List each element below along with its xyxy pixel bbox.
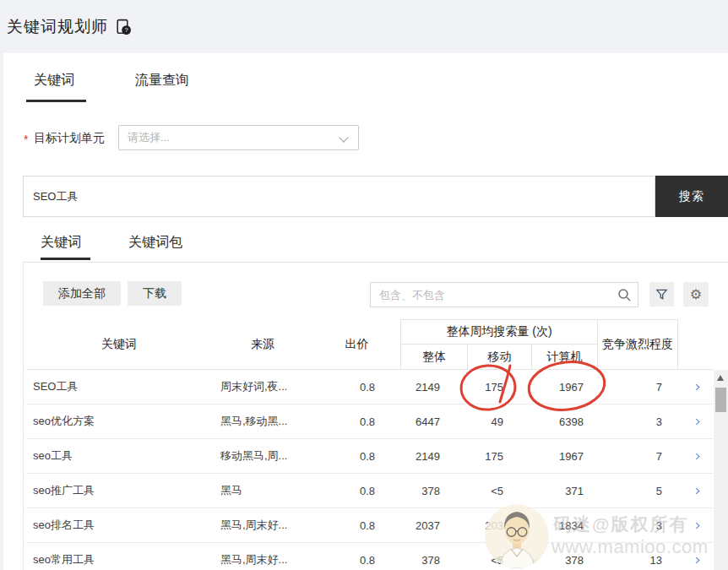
col-header-overall: 整体 xyxy=(401,345,467,370)
cell-overall: 378 xyxy=(400,485,467,497)
table-row[interactable]: seo优化方案 黑马,移动黑... 0.8 6447 49 6398 3 xyxy=(26,404,713,439)
cell-competition: 3 xyxy=(598,415,678,428)
vertical-scrollbar[interactable] xyxy=(714,370,728,570)
cell-pc: 378 xyxy=(530,554,598,567)
col-header-bid: 出价 xyxy=(313,319,400,369)
cell-pc: 371 xyxy=(530,485,598,497)
cell-pc: 6398 xyxy=(530,415,598,428)
cell-competition: 13 xyxy=(598,554,678,567)
svg-text:?: ? xyxy=(125,26,128,34)
cell-competition: 7 xyxy=(598,381,678,394)
keyword-results-table: 关键词 来源 出价 整体周均搜索量 (次) 整体 移动 计算机 竞争激烈程度 S… xyxy=(26,319,713,570)
cell-source: 移动黑马,周... xyxy=(212,448,313,464)
cell-mobile: 175 xyxy=(467,381,530,394)
table-header: 关键词 来源 出价 整体周均搜索量 (次) 整体 移动 计算机 竞争激烈程度 xyxy=(26,319,713,370)
cell-bid: 0.8 xyxy=(313,415,400,428)
table-row[interactable]: SEO工具 周末好词,夜... 0.8 2149 175 1967 7 xyxy=(26,370,713,404)
cell-keyword: seo排名工具 xyxy=(26,518,212,533)
row-expand-button[interactable] xyxy=(678,557,713,563)
row-expand-button[interactable] xyxy=(678,488,713,494)
cell-overall: 2149 xyxy=(400,381,467,394)
add-all-button[interactable]: 添加全部 xyxy=(43,281,121,306)
subtab-keyword[interactable]: 关键词 xyxy=(41,234,81,252)
keyword-planner-page: { "header": { "title": "关键词规划师" }, "main… xyxy=(0,0,728,570)
subtab-keyword-pack[interactable]: 关键词包 xyxy=(128,234,182,252)
tab-traffic-query[interactable]: 流量查询 xyxy=(135,72,189,90)
cell-bid: 0.8 xyxy=(313,485,400,497)
table-row[interactable]: seo常用工具 黑马,周末好... 0.8 378 <5 378 13 xyxy=(26,543,713,570)
table-row[interactable]: seo排名工具 黑马,周末好... 0.8 2037 203 1834 3 xyxy=(26,508,713,543)
chevron-right-icon xyxy=(692,523,700,529)
cell-source: 黑马 xyxy=(212,483,313,498)
cell-pc: 1967 xyxy=(530,381,598,394)
download-button[interactable]: 下载 xyxy=(128,281,182,306)
cell-keyword: seo推广工具 xyxy=(26,483,212,498)
target-plan-unit-select[interactable]: 请选择... xyxy=(118,125,359,150)
cell-competition: 7 xyxy=(598,450,678,463)
row-expand-button[interactable] xyxy=(678,523,713,529)
gear-icon: ⚙ xyxy=(690,286,702,302)
chevron-right-icon xyxy=(692,384,700,390)
active-subtab-underline xyxy=(41,258,90,260)
cell-overall: 6447 xyxy=(400,415,467,428)
contain-filter-input[interactable] xyxy=(370,282,638,307)
chevron-right-icon xyxy=(692,557,700,563)
cell-keyword: seo常用工具 xyxy=(26,552,212,567)
chevron-right-icon xyxy=(692,419,700,425)
main-card: 关键词 流量查询 * 目标计划单元 请选择... 搜索 关键词 关键词包 添加全… xyxy=(3,53,728,570)
cell-mobile: <5 xyxy=(467,485,530,497)
cell-source: 黑马,周末好... xyxy=(212,518,313,533)
cell-bid: 0.8 xyxy=(313,381,400,394)
cell-overall: 2149 xyxy=(400,450,467,463)
keyword-search-input[interactable] xyxy=(23,176,655,217)
cell-bid: 0.8 xyxy=(313,450,400,463)
cell-competition: 5 xyxy=(598,485,678,497)
chevron-down-icon xyxy=(339,133,348,142)
search-button[interactable]: 搜索 xyxy=(655,176,728,217)
cell-mobile: <5 xyxy=(467,554,530,567)
cell-source: 周末好词,夜... xyxy=(212,379,313,394)
cell-bid: 0.8 xyxy=(313,519,400,532)
row-expand-button[interactable] xyxy=(678,453,713,459)
cell-source: 黑马,周末好... xyxy=(212,552,313,567)
tab-keyword[interactable]: 关键词 xyxy=(34,72,74,90)
table-row[interactable]: seo工具 移动黑马,周... 0.8 2149 175 1967 7 xyxy=(26,439,713,474)
col-group-weekly-search-volume: 整体周均搜索量 (次) 整体 移动 计算机 xyxy=(400,319,598,369)
magnifier-icon xyxy=(617,288,632,302)
filter-button[interactable] xyxy=(649,282,674,307)
row-expand-button[interactable] xyxy=(678,384,713,390)
cell-keyword: SEO工具 xyxy=(26,379,212,394)
scroll-up-arrow-icon[interactable] xyxy=(717,375,724,381)
cell-mobile: 175 xyxy=(467,450,530,463)
doc-help-icon[interactable]: ? xyxy=(115,19,132,35)
active-tab-underline xyxy=(26,100,86,102)
page-title: 关键词规划师 xyxy=(7,16,108,38)
results-panel: 添加全部 下载 ⚙ 关键词 来源 出价 整体周均搜索量 (次) 整体 xyxy=(23,262,728,570)
cell-mobile: 203 xyxy=(467,519,530,532)
cell-competition: 3 xyxy=(598,519,678,532)
cell-overall: 378 xyxy=(400,554,467,567)
row-expand-button[interactable] xyxy=(678,419,713,425)
app-header: 关键词规划师 ? xyxy=(0,0,728,53)
group-header-label: 整体周均搜索量 (次) xyxy=(401,320,597,345)
cell-overall: 2037 xyxy=(400,519,467,532)
cell-keyword: seo优化方案 xyxy=(26,414,212,429)
col-header-mobile: 移动 xyxy=(467,345,531,370)
cell-bid: 0.8 xyxy=(313,554,400,567)
cell-pc: 1967 xyxy=(530,450,598,463)
col-header-keyword: 关键词 xyxy=(26,319,212,369)
col-header-expand xyxy=(678,319,713,369)
chevron-right-icon xyxy=(692,488,700,494)
cell-mobile: 49 xyxy=(467,415,530,428)
funnel-icon xyxy=(655,287,669,301)
chevron-right-icon xyxy=(692,453,700,459)
cell-source: 黑马,移动黑... xyxy=(212,414,313,429)
cell-keyword: seo工具 xyxy=(26,448,212,464)
settings-button[interactable]: ⚙ xyxy=(683,282,709,307)
scrollbar-thumb[interactable] xyxy=(715,388,726,412)
table-row[interactable]: seo推广工具 黑马 0.8 378 <5 371 5 xyxy=(26,474,713,508)
select-placeholder: 请选择... xyxy=(128,131,170,144)
required-asterisk: * xyxy=(24,133,28,146)
col-header-pc: 计算机 xyxy=(531,345,597,370)
table-body: SEO工具 周末好词,夜... 0.8 2149 175 1967 7 seo优… xyxy=(26,370,713,570)
